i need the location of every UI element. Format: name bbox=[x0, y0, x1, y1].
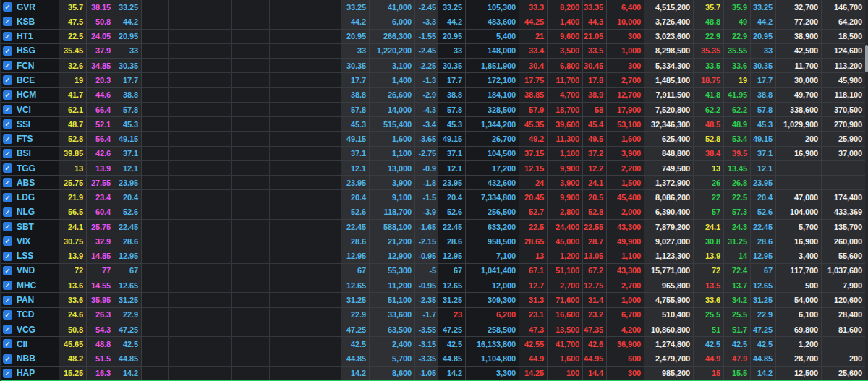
row-checkbox-checked-icon[interactable]: ✓ bbox=[3, 46, 12, 56]
table-row[interactable]: ✓ABS25.7527.5523.9523.953,900-1.823.9543… bbox=[1, 176, 866, 190]
ticker-cell[interactable]: ✓VCI bbox=[1, 103, 59, 117]
table-row[interactable]: ✓PAN33.635.9531.2531.2551,100-2.3531.253… bbox=[1, 293, 866, 307]
table-row[interactable]: ✓LSS13.914.8512.9512.9512,900-0.9512.957… bbox=[1, 249, 866, 264]
row-checkbox-checked-icon[interactable]: ✓ bbox=[3, 193, 12, 202]
ticker-cell[interactable]: ✓VCG bbox=[1, 322, 59, 337]
price-change: -1.05 bbox=[415, 367, 438, 381]
bid3-volume bbox=[169, 88, 205, 103]
ticker-cell[interactable]: ✓BSI bbox=[1, 147, 59, 161]
ticker-cell[interactable]: ✓FTS bbox=[1, 132, 59, 146]
table-row[interactable]: ✓CII45.6548.842.542.52,400-3.1542.516,13… bbox=[1, 337, 866, 351]
row-checkbox-checked-icon[interactable]: ✓ bbox=[3, 310, 12, 320]
table-row[interactable]: ✓NBB48.251.544.8544.855,700-3.3544.851,1… bbox=[1, 351, 866, 366]
ticker-cell[interactable]: ✓TCD bbox=[1, 308, 59, 322]
table-row[interactable]: ✓TCD24.626.322.922.933,600-1.7236,20023.… bbox=[1, 308, 866, 322]
ask3-volume: 4,200 bbox=[607, 322, 644, 337]
ask2-volume: 51,100 bbox=[548, 264, 583, 278]
ticker-cell[interactable]: ✓GVR bbox=[1, 0, 59, 14]
ticker-cell[interactable]: ✓LDG bbox=[1, 190, 59, 205]
row-checkbox-checked-icon[interactable]: ✓ bbox=[3, 61, 12, 70]
table-row[interactable]: ✓BSI39.8542.637.137.11,100-2.7537.1104,5… bbox=[1, 147, 866, 161]
row-checkbox-checked-icon[interactable]: ✓ bbox=[3, 90, 12, 100]
price-change: -3.55 bbox=[415, 322, 438, 337]
table-row[interactable]: ✓SSI48.752.145.345.3515,400-3.445.31,344… bbox=[1, 117, 866, 132]
ticker-cell[interactable]: ✓NLG bbox=[1, 205, 59, 220]
ticker-cell[interactable]: ✓PAN bbox=[1, 293, 59, 307]
row-checkbox-checked-icon[interactable]: ✓ bbox=[3, 178, 12, 187]
ticker-cell[interactable]: ✓MHC bbox=[1, 278, 59, 293]
row-checkbox-checked-icon[interactable]: ✓ bbox=[3, 281, 12, 290]
row-checkbox-checked-icon[interactable]: ✓ bbox=[3, 75, 12, 85]
ticker-cell[interactable]: ✓HSG bbox=[1, 44, 59, 59]
table-row[interactable]: ✓FCN32.634.8530.3530.353,100-2.2530.351,… bbox=[1, 59, 866, 73]
highest-price: 13.45 bbox=[724, 161, 751, 176]
table-row[interactable]: ✓VCI62.166.457.857.814,000-4.357.8328,50… bbox=[1, 103, 866, 117]
ticker-cell[interactable]: ✓LSS bbox=[1, 249, 59, 264]
table-row[interactable]: ✓BCE1920.317.717.71,400-1.317.7172,10017… bbox=[1, 73, 866, 87]
table-row[interactable]: ✓MHC13.614.5512.6512.6511,200-0.9512.651… bbox=[1, 278, 866, 293]
row-checkbox-checked-icon[interactable]: ✓ bbox=[3, 252, 12, 261]
row-checkbox-checked-icon[interactable]: ✓ bbox=[3, 296, 12, 305]
matched-volume: 1,400 bbox=[370, 73, 415, 87]
ticker-cell[interactable]: ✓SBT bbox=[1, 220, 59, 234]
table-row[interactable]: ✓FTS52.856.449.1549.151,600-3.6549.1526,… bbox=[1, 132, 866, 146]
row-checkbox-checked-icon[interactable]: ✓ bbox=[3, 354, 12, 364]
ticker-symbol: VCI bbox=[17, 105, 31, 115]
table-row[interactable]: ✓HAP15.2516.314.214.28,600-1.0514.23,300… bbox=[1, 367, 866, 381]
table-row[interactable]: ✓HSG35.4537.933331,220,200-2.4533148,000… bbox=[1, 44, 866, 59]
bid2-volume bbox=[232, 322, 270, 337]
row-checkbox-checked-icon[interactable]: ✓ bbox=[3, 32, 12, 41]
row-checkbox-checked-icon[interactable]: ✓ bbox=[3, 163, 12, 173]
table-row[interactable]: ✓TGG1313.912.112.113,000-0.912.117,20012… bbox=[1, 161, 866, 176]
ask1-price: 47.25 bbox=[438, 322, 466, 337]
table-row[interactable]: ✓LDG21.923.420.420.49,100-1.520.47,334,8… bbox=[1, 190, 866, 205]
matched-volume: 1,600 bbox=[370, 132, 415, 146]
table-row[interactable]: ✓SBT24.125.7522.4522.45588,100-1.6522.45… bbox=[1, 220, 866, 234]
highest-price: 24.3 bbox=[724, 220, 751, 234]
row-checkbox-checked-icon[interactable]: ✓ bbox=[3, 149, 12, 158]
price-change: -2.75 bbox=[415, 147, 438, 161]
ticker-cell[interactable]: ✓VND bbox=[1, 264, 59, 278]
row-checkbox-checked-icon[interactable]: ✓ bbox=[3, 222, 12, 231]
row-checkbox-checked-icon[interactable]: ✓ bbox=[3, 119, 12, 129]
table-row[interactable]: ✓HT122.524.0520.9520.95266,300-1.5520.95… bbox=[1, 30, 866, 44]
row-checkbox-checked-icon[interactable]: ✓ bbox=[3, 339, 12, 348]
ticker-cell[interactable]: ✓HAP bbox=[1, 367, 59, 381]
ticker-cell[interactable]: ✓TGG bbox=[1, 161, 59, 176]
ticker-cell[interactable]: ✓HT1 bbox=[1, 30, 59, 44]
ticker-cell[interactable]: ✓CII bbox=[1, 337, 59, 351]
bid3-volume bbox=[169, 308, 205, 322]
ticker-cell[interactable]: ✓ABS bbox=[1, 176, 59, 190]
table-row[interactable]: ✓NLG56.560.452.652.6118,700-3.952.6256,5… bbox=[1, 205, 866, 220]
row-checkbox-checked-icon[interactable]: ✓ bbox=[3, 236, 12, 246]
table-row[interactable]: ✓KSB47.550.844.244.26,000-3.344.2483,600… bbox=[1, 14, 866, 29]
bid2-volume bbox=[232, 293, 270, 307]
vertical-scrollbar[interactable] bbox=[865, 0, 868, 381]
row-checkbox-checked-icon[interactable]: ✓ bbox=[3, 2, 12, 12]
ticker-cell[interactable]: ✓NBB bbox=[1, 351, 59, 366]
row-checkbox-checked-icon[interactable]: ✓ bbox=[3, 17, 12, 26]
ticker-cell[interactable]: ✓KSB bbox=[1, 14, 59, 29]
row-checkbox-checked-icon[interactable]: ✓ bbox=[3, 207, 12, 217]
open-price: 13 bbox=[694, 161, 724, 176]
scrollbar-thumb[interactable] bbox=[865, 45, 868, 72]
ticker-cell[interactable]: ✓SSI bbox=[1, 117, 59, 132]
price-change: -2.15 bbox=[415, 234, 438, 249]
ticker-cell[interactable]: ✓HCM bbox=[1, 88, 59, 103]
ticker-cell[interactable]: ✓BCE bbox=[1, 73, 59, 87]
row-checkbox-checked-icon[interactable]: ✓ bbox=[3, 266, 12, 275]
table-row[interactable]: ✓HCM41.744.638.838.826,600-2.938.8184,10… bbox=[1, 88, 866, 103]
bid3-volume bbox=[169, 234, 205, 249]
row-checkbox-checked-icon[interactable]: ✓ bbox=[3, 369, 12, 378]
table-row[interactable]: ✓GVR35.738.1533.2533.2541,000-2.4533.251… bbox=[1, 0, 866, 14]
table-row[interactable]: ✓VCG50.854.347.2547.2563,500-3.5547.2525… bbox=[1, 322, 866, 337]
row-checkbox-checked-icon[interactable]: ✓ bbox=[3, 325, 12, 334]
table-row[interactable]: ✓VIX30.7532.928.628.621,200-2.1528.6958,… bbox=[1, 234, 866, 249]
ticker-cell[interactable]: ✓FCN bbox=[1, 59, 59, 73]
foreign-sell-volume: 25,600 bbox=[822, 367, 866, 381]
row-checkbox-checked-icon[interactable]: ✓ bbox=[3, 134, 12, 144]
table-row[interactable]: ✓VND7277676755,300-5671,041,40067.151,10… bbox=[1, 264, 866, 278]
row-checkbox-checked-icon[interactable]: ✓ bbox=[3, 105, 12, 114]
ticker-cell[interactable]: ✓VIX bbox=[1, 234, 59, 249]
ask3-volume: 300 bbox=[607, 59, 644, 73]
